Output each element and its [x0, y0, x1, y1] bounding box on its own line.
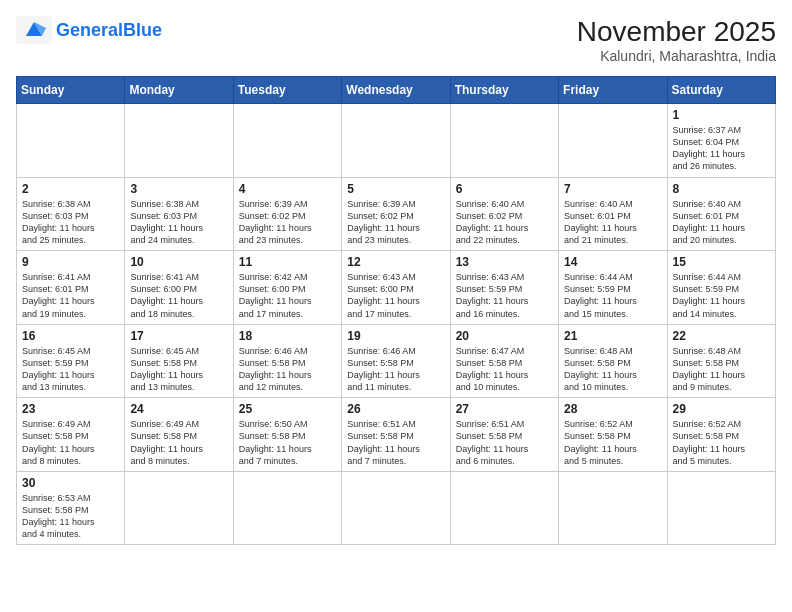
calendar-cell: 21Sunrise: 6:48 AM Sunset: 5:58 PM Dayli… — [559, 324, 667, 398]
day-number: 20 — [456, 329, 553, 343]
day-number: 10 — [130, 255, 227, 269]
cell-info: Sunrise: 6:45 AM Sunset: 5:59 PM Dayligh… — [22, 345, 119, 394]
calendar-cell — [125, 471, 233, 545]
day-number: 11 — [239, 255, 336, 269]
logo-icon — [16, 16, 52, 44]
calendar-cell — [559, 471, 667, 545]
day-number: 19 — [347, 329, 444, 343]
weekday-header-tuesday: Tuesday — [233, 77, 341, 104]
cell-info: Sunrise: 6:40 AM Sunset: 6:01 PM Dayligh… — [564, 198, 661, 247]
calendar-cell: 20Sunrise: 6:47 AM Sunset: 5:58 PM Dayli… — [450, 324, 558, 398]
cell-info: Sunrise: 6:51 AM Sunset: 5:58 PM Dayligh… — [456, 418, 553, 467]
calendar-cell — [450, 104, 558, 178]
weekday-header-saturday: Saturday — [667, 77, 775, 104]
calendar-cell: 2Sunrise: 6:38 AM Sunset: 6:03 PM Daylig… — [17, 177, 125, 251]
day-number: 23 — [22, 402, 119, 416]
calendar-cell: 28Sunrise: 6:52 AM Sunset: 5:58 PM Dayli… — [559, 398, 667, 472]
day-number: 1 — [673, 108, 770, 122]
day-number: 22 — [673, 329, 770, 343]
calendar-cell: 15Sunrise: 6:44 AM Sunset: 5:59 PM Dayli… — [667, 251, 775, 325]
calendar-cell: 18Sunrise: 6:46 AM Sunset: 5:58 PM Dayli… — [233, 324, 341, 398]
cell-info: Sunrise: 6:46 AM Sunset: 5:58 PM Dayligh… — [347, 345, 444, 394]
title-block: November 2025 Kalundri, Maharashtra, Ind… — [577, 16, 776, 64]
day-number: 29 — [673, 402, 770, 416]
calendar-cell: 24Sunrise: 6:49 AM Sunset: 5:58 PM Dayli… — [125, 398, 233, 472]
calendar-cell: 13Sunrise: 6:43 AM Sunset: 5:59 PM Dayli… — [450, 251, 558, 325]
calendar-week-row: 30Sunrise: 6:53 AM Sunset: 5:58 PM Dayli… — [17, 471, 776, 545]
day-number: 5 — [347, 182, 444, 196]
day-number: 17 — [130, 329, 227, 343]
calendar-cell — [233, 471, 341, 545]
calendar-week-row: 23Sunrise: 6:49 AM Sunset: 5:58 PM Dayli… — [17, 398, 776, 472]
cell-info: Sunrise: 6:37 AM Sunset: 6:04 PM Dayligh… — [673, 124, 770, 173]
day-number: 27 — [456, 402, 553, 416]
calendar-week-row: 1Sunrise: 6:37 AM Sunset: 6:04 PM Daylig… — [17, 104, 776, 178]
day-number: 24 — [130, 402, 227, 416]
cell-info: Sunrise: 6:52 AM Sunset: 5:58 PM Dayligh… — [673, 418, 770, 467]
cell-info: Sunrise: 6:43 AM Sunset: 6:00 PM Dayligh… — [347, 271, 444, 320]
calendar-cell: 19Sunrise: 6:46 AM Sunset: 5:58 PM Dayli… — [342, 324, 450, 398]
cell-info: Sunrise: 6:48 AM Sunset: 5:58 PM Dayligh… — [564, 345, 661, 394]
calendar-cell: 14Sunrise: 6:44 AM Sunset: 5:59 PM Dayli… — [559, 251, 667, 325]
calendar-cell: 3Sunrise: 6:38 AM Sunset: 6:03 PM Daylig… — [125, 177, 233, 251]
calendar-cell: 25Sunrise: 6:50 AM Sunset: 5:58 PM Dayli… — [233, 398, 341, 472]
calendar-week-row: 2Sunrise: 6:38 AM Sunset: 6:03 PM Daylig… — [17, 177, 776, 251]
calendar-cell: 30Sunrise: 6:53 AM Sunset: 5:58 PM Dayli… — [17, 471, 125, 545]
cell-info: Sunrise: 6:40 AM Sunset: 6:01 PM Dayligh… — [673, 198, 770, 247]
calendar-cell: 23Sunrise: 6:49 AM Sunset: 5:58 PM Dayli… — [17, 398, 125, 472]
day-number: 28 — [564, 402, 661, 416]
cell-info: Sunrise: 6:48 AM Sunset: 5:58 PM Dayligh… — [673, 345, 770, 394]
calendar-cell: 8Sunrise: 6:40 AM Sunset: 6:01 PM Daylig… — [667, 177, 775, 251]
weekday-header-sunday: Sunday — [17, 77, 125, 104]
cell-info: Sunrise: 6:49 AM Sunset: 5:58 PM Dayligh… — [22, 418, 119, 467]
calendar-cell: 22Sunrise: 6:48 AM Sunset: 5:58 PM Dayli… — [667, 324, 775, 398]
calendar-cell — [17, 104, 125, 178]
calendar-cell — [342, 104, 450, 178]
calendar-cell — [559, 104, 667, 178]
day-number: 12 — [347, 255, 444, 269]
calendar-cell: 27Sunrise: 6:51 AM Sunset: 5:58 PM Dayli… — [450, 398, 558, 472]
logo: GeneralBlue — [16, 16, 162, 44]
cell-info: Sunrise: 6:53 AM Sunset: 5:58 PM Dayligh… — [22, 492, 119, 541]
page-header: GeneralBlue November 2025 Kalundri, Maha… — [16, 16, 776, 64]
cell-info: Sunrise: 6:39 AM Sunset: 6:02 PM Dayligh… — [347, 198, 444, 247]
cell-info: Sunrise: 6:44 AM Sunset: 5:59 PM Dayligh… — [564, 271, 661, 320]
calendar-cell: 12Sunrise: 6:43 AM Sunset: 6:00 PM Dayli… — [342, 251, 450, 325]
calendar-cell: 6Sunrise: 6:40 AM Sunset: 6:02 PM Daylig… — [450, 177, 558, 251]
calendar-cell: 7Sunrise: 6:40 AM Sunset: 6:01 PM Daylig… — [559, 177, 667, 251]
calendar-cell: 5Sunrise: 6:39 AM Sunset: 6:02 PM Daylig… — [342, 177, 450, 251]
weekday-header-monday: Monday — [125, 77, 233, 104]
weekday-header-wednesday: Wednesday — [342, 77, 450, 104]
cell-info: Sunrise: 6:51 AM Sunset: 5:58 PM Dayligh… — [347, 418, 444, 467]
logo-text: GeneralBlue — [56, 20, 162, 41]
calendar-cell: 10Sunrise: 6:41 AM Sunset: 6:00 PM Dayli… — [125, 251, 233, 325]
calendar-cell: 1Sunrise: 6:37 AM Sunset: 6:04 PM Daylig… — [667, 104, 775, 178]
calendar-cell — [450, 471, 558, 545]
calendar-cell — [667, 471, 775, 545]
calendar-week-row: 16Sunrise: 6:45 AM Sunset: 5:59 PM Dayli… — [17, 324, 776, 398]
calendar-cell: 26Sunrise: 6:51 AM Sunset: 5:58 PM Dayli… — [342, 398, 450, 472]
cell-info: Sunrise: 6:40 AM Sunset: 6:02 PM Dayligh… — [456, 198, 553, 247]
day-number: 15 — [673, 255, 770, 269]
cell-info: Sunrise: 6:46 AM Sunset: 5:58 PM Dayligh… — [239, 345, 336, 394]
cell-info: Sunrise: 6:43 AM Sunset: 5:59 PM Dayligh… — [456, 271, 553, 320]
day-number: 13 — [456, 255, 553, 269]
cell-info: Sunrise: 6:39 AM Sunset: 6:02 PM Dayligh… — [239, 198, 336, 247]
day-number: 18 — [239, 329, 336, 343]
cell-info: Sunrise: 6:44 AM Sunset: 5:59 PM Dayligh… — [673, 271, 770, 320]
location-subtitle: Kalundri, Maharashtra, India — [577, 48, 776, 64]
calendar-cell — [125, 104, 233, 178]
day-number: 30 — [22, 476, 119, 490]
cell-info: Sunrise: 6:42 AM Sunset: 6:00 PM Dayligh… — [239, 271, 336, 320]
calendar-cell: 16Sunrise: 6:45 AM Sunset: 5:59 PM Dayli… — [17, 324, 125, 398]
weekday-header-friday: Friday — [559, 77, 667, 104]
day-number: 2 — [22, 182, 119, 196]
cell-info: Sunrise: 6:52 AM Sunset: 5:58 PM Dayligh… — [564, 418, 661, 467]
month-year-title: November 2025 — [577, 16, 776, 48]
calendar-cell — [342, 471, 450, 545]
day-number: 4 — [239, 182, 336, 196]
cell-info: Sunrise: 6:41 AM Sunset: 6:00 PM Dayligh… — [130, 271, 227, 320]
cell-info: Sunrise: 6:49 AM Sunset: 5:58 PM Dayligh… — [130, 418, 227, 467]
weekday-header-thursday: Thursday — [450, 77, 558, 104]
cell-info: Sunrise: 6:38 AM Sunset: 6:03 PM Dayligh… — [130, 198, 227, 247]
